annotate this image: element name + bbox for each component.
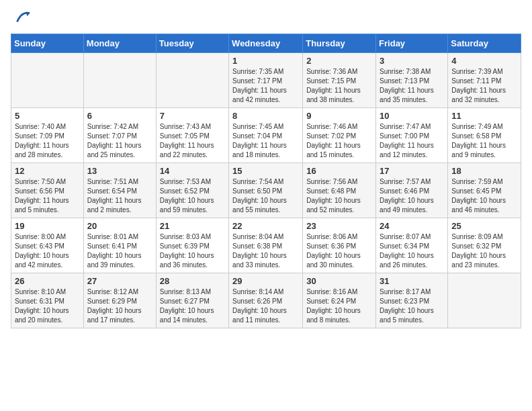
day-info: Sunrise: 8:07 AM Sunset: 6:34 PM Dayligh… xyxy=(380,232,444,270)
day-info: Sunrise: 7:35 AM Sunset: 7:17 PM Dayligh… xyxy=(232,67,299,105)
day-number: 21 xyxy=(160,221,225,231)
calendar-cell: 4Sunrise: 7:39 AM Sunset: 7:11 PM Daylig… xyxy=(448,53,521,108)
weekday-header-wednesday: Wednesday xyxy=(229,34,303,53)
day-number: 8 xyxy=(232,111,299,121)
day-info: Sunrise: 7:45 AM Sunset: 7:04 PM Dayligh… xyxy=(232,122,299,160)
calendar-table: SundayMondayTuesdayWednesdayThursdayFrid… xyxy=(11,34,521,328)
calendar-cell: 16Sunrise: 7:56 AM Sunset: 6:48 PM Dayli… xyxy=(303,163,376,218)
day-info: Sunrise: 7:39 AM Sunset: 7:11 PM Dayligh… xyxy=(451,67,517,105)
day-number: 28 xyxy=(160,276,225,286)
day-number: 19 xyxy=(15,221,80,231)
weekday-header-tuesday: Tuesday xyxy=(156,34,228,53)
calendar-cell: 7Sunrise: 7:43 AM Sunset: 7:05 PM Daylig… xyxy=(156,108,228,163)
calendar-cell: 26Sunrise: 8:10 AM Sunset: 6:31 PM Dayli… xyxy=(11,273,84,328)
weekday-header-saturday: Saturday xyxy=(448,34,521,53)
day-number: 11 xyxy=(451,111,517,121)
calendar-cell: 31Sunrise: 8:17 AM Sunset: 6:23 PM Dayli… xyxy=(376,273,448,328)
day-info: Sunrise: 8:12 AM Sunset: 6:29 PM Dayligh… xyxy=(87,287,152,325)
day-number: 31 xyxy=(380,276,444,286)
day-info: Sunrise: 8:10 AM Sunset: 6:31 PM Dayligh… xyxy=(15,287,80,325)
day-number: 18 xyxy=(451,166,517,176)
weekday-header-row: SundayMondayTuesdayWednesdayThursdayFrid… xyxy=(11,34,521,53)
calendar-cell: 11Sunrise: 7:49 AM Sunset: 6:58 PM Dayli… xyxy=(448,108,521,163)
calendar-cell: 27Sunrise: 8:12 AM Sunset: 6:29 PM Dayli… xyxy=(83,273,156,328)
day-info: Sunrise: 7:46 AM Sunset: 7:02 PM Dayligh… xyxy=(306,122,372,160)
calendar-cell: 23Sunrise: 8:06 AM Sunset: 6:36 PM Dayli… xyxy=(303,218,376,273)
day-info: Sunrise: 7:49 AM Sunset: 6:58 PM Dayligh… xyxy=(451,122,517,160)
day-number: 26 xyxy=(15,276,80,286)
calendar-cell: 28Sunrise: 8:13 AM Sunset: 6:27 PM Dayli… xyxy=(156,273,228,328)
day-number: 4 xyxy=(451,56,517,66)
day-number: 17 xyxy=(380,166,444,176)
day-number: 25 xyxy=(451,221,517,231)
calendar-cell: 6Sunrise: 7:42 AM Sunset: 7:07 PM Daylig… xyxy=(83,108,156,163)
calendar-cell: 9Sunrise: 7:46 AM Sunset: 7:02 PM Daylig… xyxy=(303,108,376,163)
day-number: 13 xyxy=(87,166,152,176)
day-info: Sunrise: 7:36 AM Sunset: 7:15 PM Dayligh… xyxy=(306,67,372,105)
logo-icon xyxy=(12,8,31,27)
calendar-week-1: 1Sunrise: 7:35 AM Sunset: 7:17 PM Daylig… xyxy=(11,53,521,108)
day-info: Sunrise: 8:00 AM Sunset: 6:43 PM Dayligh… xyxy=(15,232,80,270)
calendar-cell: 21Sunrise: 8:03 AM Sunset: 6:39 PM Dayli… xyxy=(156,218,228,273)
day-info: Sunrise: 8:17 AM Sunset: 6:23 PM Dayligh… xyxy=(380,287,444,325)
day-number: 10 xyxy=(380,111,444,121)
day-info: Sunrise: 8:06 AM Sunset: 6:36 PM Dayligh… xyxy=(306,232,372,270)
day-number: 16 xyxy=(306,166,372,176)
calendar-cell: 24Sunrise: 8:07 AM Sunset: 6:34 PM Dayli… xyxy=(376,218,448,273)
calendar-week-3: 12Sunrise: 7:50 AM Sunset: 6:56 PM Dayli… xyxy=(11,163,521,218)
logo xyxy=(11,8,31,27)
day-info: Sunrise: 8:14 AM Sunset: 6:26 PM Dayligh… xyxy=(232,287,299,325)
calendar-cell: 14Sunrise: 7:53 AM Sunset: 6:52 PM Dayli… xyxy=(156,163,228,218)
weekday-header-friday: Friday xyxy=(376,34,448,53)
calendar-cell xyxy=(83,53,156,108)
day-info: Sunrise: 7:51 AM Sunset: 6:54 PM Dayligh… xyxy=(87,177,152,215)
calendar-cell: 18Sunrise: 7:59 AM Sunset: 6:45 PM Dayli… xyxy=(448,163,521,218)
day-number: 5 xyxy=(15,111,80,121)
calendar-week-2: 5Sunrise: 7:40 AM Sunset: 7:09 PM Daylig… xyxy=(11,108,521,163)
calendar-cell: 1Sunrise: 7:35 AM Sunset: 7:17 PM Daylig… xyxy=(229,53,303,108)
day-info: Sunrise: 7:42 AM Sunset: 7:07 PM Dayligh… xyxy=(87,122,152,160)
day-info: Sunrise: 8:01 AM Sunset: 6:41 PM Dayligh… xyxy=(87,232,152,270)
calendar-cell: 30Sunrise: 8:16 AM Sunset: 6:24 PM Dayli… xyxy=(303,273,376,328)
weekday-header-thursday: Thursday xyxy=(303,34,376,53)
day-number: 22 xyxy=(232,221,299,231)
day-number: 27 xyxy=(87,276,152,286)
day-number: 24 xyxy=(380,221,444,231)
day-number: 7 xyxy=(160,111,225,121)
calendar-cell: 13Sunrise: 7:51 AM Sunset: 6:54 PM Dayli… xyxy=(83,163,156,218)
calendar-cell xyxy=(11,53,84,108)
calendar-cell: 22Sunrise: 8:04 AM Sunset: 6:38 PM Dayli… xyxy=(229,218,303,273)
calendar-cell: 3Sunrise: 7:38 AM Sunset: 7:13 PM Daylig… xyxy=(376,53,448,108)
day-info: Sunrise: 8:09 AM Sunset: 6:32 PM Dayligh… xyxy=(451,232,517,270)
day-info: Sunrise: 7:59 AM Sunset: 6:45 PM Dayligh… xyxy=(451,177,517,215)
calendar-cell: 19Sunrise: 8:00 AM Sunset: 6:43 PM Dayli… xyxy=(11,218,84,273)
calendar-cell: 10Sunrise: 7:47 AM Sunset: 7:00 PM Dayli… xyxy=(376,108,448,163)
calendar-cell: 15Sunrise: 7:54 AM Sunset: 6:50 PM Dayli… xyxy=(229,163,303,218)
calendar-cell: 2Sunrise: 7:36 AM Sunset: 7:15 PM Daylig… xyxy=(303,53,376,108)
day-info: Sunrise: 8:04 AM Sunset: 6:38 PM Dayligh… xyxy=(232,232,299,270)
day-info: Sunrise: 7:40 AM Sunset: 7:09 PM Dayligh… xyxy=(15,122,80,160)
day-info: Sunrise: 7:50 AM Sunset: 6:56 PM Dayligh… xyxy=(15,177,80,215)
calendar-week-4: 19Sunrise: 8:00 AM Sunset: 6:43 PM Dayli… xyxy=(11,218,521,273)
day-info: Sunrise: 8:03 AM Sunset: 6:39 PM Dayligh… xyxy=(160,232,225,270)
day-number: 1 xyxy=(232,56,299,66)
calendar-cell: 12Sunrise: 7:50 AM Sunset: 6:56 PM Dayli… xyxy=(11,163,84,218)
calendar-cell: 29Sunrise: 8:14 AM Sunset: 6:26 PM Dayli… xyxy=(229,273,303,328)
day-number: 15 xyxy=(232,166,299,176)
calendar-cell: 5Sunrise: 7:40 AM Sunset: 7:09 PM Daylig… xyxy=(11,108,84,163)
day-number: 20 xyxy=(87,221,152,231)
day-number: 12 xyxy=(15,166,80,176)
weekday-header-sunday: Sunday xyxy=(11,34,84,53)
day-number: 9 xyxy=(306,111,372,121)
day-info: Sunrise: 8:16 AM Sunset: 6:24 PM Dayligh… xyxy=(306,287,372,325)
calendar-cell: 20Sunrise: 8:01 AM Sunset: 6:41 PM Dayli… xyxy=(83,218,156,273)
day-info: Sunrise: 7:47 AM Sunset: 7:00 PM Dayligh… xyxy=(380,122,444,160)
day-number: 3 xyxy=(380,56,444,66)
day-info: Sunrise: 7:38 AM Sunset: 7:13 PM Dayligh… xyxy=(380,67,444,105)
day-info: Sunrise: 7:43 AM Sunset: 7:05 PM Dayligh… xyxy=(160,122,225,160)
day-info: Sunrise: 7:53 AM Sunset: 6:52 PM Dayligh… xyxy=(160,177,225,215)
day-number: 29 xyxy=(232,276,299,286)
calendar-cell: 25Sunrise: 8:09 AM Sunset: 6:32 PM Dayli… xyxy=(448,218,521,273)
calendar-cell xyxy=(448,273,521,328)
weekday-header-monday: Monday xyxy=(83,34,156,53)
